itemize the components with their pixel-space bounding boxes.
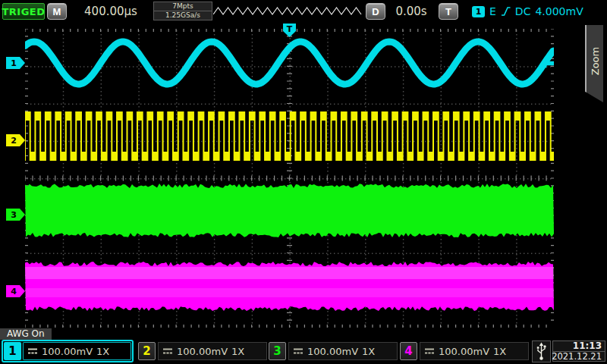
channel-1-badge: 1: [4, 342, 21, 360]
channel-4-badge: 4: [400, 342, 417, 360]
top-status-bar: TRIGED M 400.00μs 7Mpts 1.25GSa/s D 0.00…: [0, 0, 607, 23]
channel-2-badge: 2: [138, 342, 156, 360]
delay-menu-button[interactable]: D: [366, 3, 385, 20]
bottom-status-bar: 1 100.00mV 1X 2 100.00mV 1X 3: [0, 340, 607, 364]
channel-3-settings[interactable]: 3 100.00mV 1X: [269, 340, 398, 362]
acquisition-info-box: 7Mpts 1.25GSa/s: [153, 2, 212, 21]
channel-1-probe: 1X: [96, 346, 109, 357]
channel-1-position-marker[interactable]: 1: [6, 57, 25, 69]
awg-status: AWG On: [0, 328, 52, 340]
channel-1-settings[interactable]: 1 100.00mV 1X: [2, 340, 134, 362]
clock-time: 11:13: [552, 340, 605, 352]
timebase-readout: 400.00μs: [70, 5, 152, 18]
zoom-tab-label: Zoom: [590, 42, 601, 80]
timebase-preview-waveform: [213, 5, 362, 17]
sample-rate-readout: 1.25GSa/s: [153, 11, 212, 20]
waveform-display: [25, 29, 554, 328]
trigger-status-badge: TRIGED: [2, 3, 45, 20]
trigger-source-badge: 1: [472, 6, 485, 17]
channel-4-probe: 1X: [493, 346, 506, 357]
channel-2-scale: 100.00mV: [177, 346, 228, 357]
channel-2-probe: 1X: [231, 346, 244, 357]
trigger-level-readout: 4.000mV: [535, 5, 583, 17]
channel-3-probe: 1X: [362, 346, 375, 357]
oscilloscope-screen: TRIGED M 400.00μs 7Mpts 1.25GSa/s D 0.00…: [0, 0, 607, 364]
trigger-type-label: E: [489, 5, 496, 17]
channel-4-settings[interactable]: 4 100.00mV 1X: [400, 340, 529, 362]
trigger-position-readout: 0.00s: [388, 5, 434, 18]
dc-coupling-icon: [293, 347, 304, 355]
trigger-coupling-label: DC: [515, 5, 531, 17]
rising-edge-icon: [501, 6, 511, 17]
horizontal-menu-button[interactable]: M: [47, 3, 67, 20]
dc-coupling-icon: [27, 347, 38, 355]
channel-4-position-marker[interactable]: 4: [6, 285, 25, 297]
channel-3-badge: 3: [269, 342, 286, 360]
trigger-info: 1 E DC 4.000mV: [472, 3, 583, 20]
channel-2-position-marker[interactable]: 2: [6, 134, 25, 146]
channel-2-settings[interactable]: 2 100.00mV 1X: [138, 340, 267, 362]
zoom-tab[interactable]: Zoom: [585, 25, 603, 102]
trigger-menu-button[interactable]: T: [439, 3, 458, 20]
clock-box: 11:13 2021.12.21: [552, 340, 605, 362]
dc-coupling-icon: [162, 347, 173, 355]
usb-status-box: [532, 340, 551, 362]
clock-date: 2021.12.21: [552, 351, 605, 362]
channel-4-scale: 100.00mV: [439, 346, 489, 357]
channel-1-scale: 100.00mV: [42, 346, 93, 357]
channel-3-scale: 100.00mV: [307, 346, 358, 357]
dc-coupling-icon: [424, 347, 435, 355]
channel-3-position-marker[interactable]: 3: [6, 209, 25, 221]
usb-icon: [536, 342, 547, 361]
